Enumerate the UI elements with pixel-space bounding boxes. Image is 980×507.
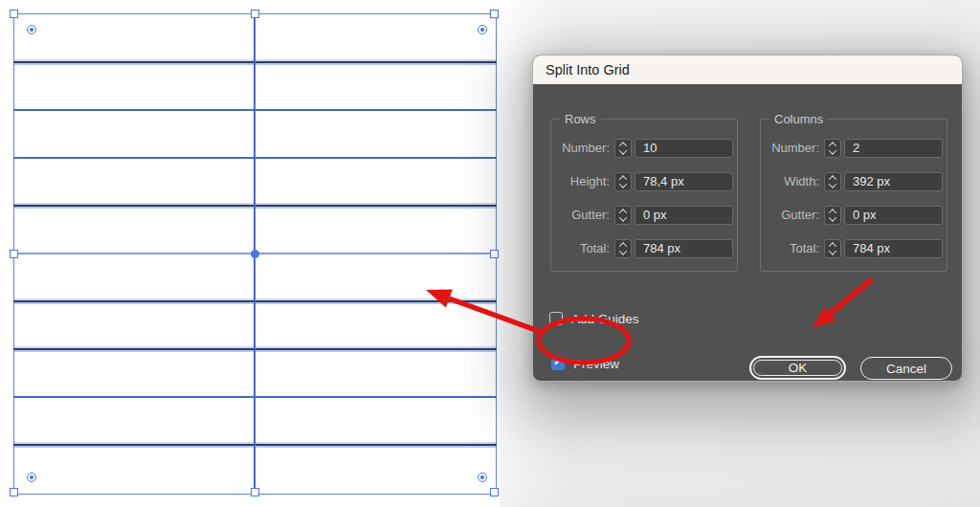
cols-width-stepper[interactable] <box>824 172 841 191</box>
group-target-icon[interactable] <box>478 473 487 482</box>
chevron-down-icon[interactable] <box>619 248 627 255</box>
rows-height-label: Height: <box>551 172 610 191</box>
rows-number-label: Number: <box>551 139 610 158</box>
add-guides-label: Add Guides <box>571 312 639 326</box>
cols-gutter-stepper[interactable] <box>824 206 841 225</box>
selection-handle-top-center[interactable] <box>251 10 259 18</box>
cols-width-input[interactable]: 392 px <box>844 172 943 191</box>
rows-gutter-input[interactable]: 0 px <box>635 206 733 225</box>
rows-total-label: Total: <box>551 239 610 258</box>
chevron-down-icon[interactable] <box>619 214 627 222</box>
chevron-down-icon[interactable] <box>619 181 627 188</box>
dialog-title: Split Into Grid <box>546 62 630 77</box>
add-guides-checkbox[interactable]: Add Guides <box>549 311 639 326</box>
rows-gutter-label: Gutter: <box>551 206 610 225</box>
selection-handle-bottom-center[interactable] <box>251 488 259 496</box>
rows-number-stepper[interactable] <box>614 139 632 158</box>
selection-handle-top-right[interactable] <box>490 10 499 18</box>
chevron-down-icon[interactable] <box>829 147 836 155</box>
cancel-button[interactable]: Cancel <box>860 357 952 380</box>
cols-total-input[interactable]: 784 px <box>844 239 943 258</box>
preview-checkbox-box[interactable] <box>551 357 565 370</box>
selection-handle-bottom-left[interactable] <box>10 488 18 496</box>
dialog-titlebar[interactable]: Split Into Grid <box>533 55 962 84</box>
group-target-icon[interactable] <box>27 473 36 482</box>
chevron-down-icon[interactable] <box>619 147 627 155</box>
cols-gutter-label: Gutter: <box>761 206 819 225</box>
rows-height-stepper[interactable] <box>614 172 632 191</box>
cols-total-label: Total: <box>761 239 819 258</box>
chevron-down-icon[interactable] <box>829 181 836 188</box>
rows-total-input[interactable]: 784 px <box>635 239 733 258</box>
cancel-button-label: Cancel <box>886 362 926 376</box>
selection-handle-middle-left[interactable] <box>10 250 18 258</box>
cols-width-label: Width: <box>761 172 819 191</box>
cols-gutter-input[interactable]: 0 px <box>844 206 943 225</box>
artboard-grid-preview[interactable] <box>13 13 497 495</box>
ok-button-label: OK <box>789 361 808 375</box>
ok-button[interactable]: OK <box>749 356 846 380</box>
selection-handle-bottom-right[interactable] <box>490 488 499 496</box>
rows-group-label: Rows <box>560 112 601 126</box>
dialog-body: Rows Number: 10 Height: 78,4 px Gutter: … <box>533 84 962 381</box>
preview-checkbox[interactable]: Preview <box>551 356 619 371</box>
group-target-icon[interactable] <box>478 25 487 34</box>
selection-anchor-center[interactable] <box>251 250 259 258</box>
rows-gutter-stepper[interactable] <box>614 206 632 225</box>
preview-label: Preview <box>573 357 619 371</box>
add-guides-checkbox-box[interactable] <box>549 312 563 325</box>
group-target-icon[interactable] <box>27 25 36 34</box>
cols-number-stepper[interactable] <box>824 139 841 158</box>
rows-total-stepper[interactable] <box>614 239 632 258</box>
selection-handle-middle-right[interactable] <box>490 250 499 258</box>
columns-group-label: Columns <box>769 112 828 126</box>
rows-group: Rows Number: 10 Height: 78,4 px Gutter: … <box>550 119 738 272</box>
selection-handle-top-left[interactable] <box>10 10 18 18</box>
cols-number-label: Number: <box>761 139 819 158</box>
rows-number-input[interactable]: 10 <box>635 139 733 158</box>
rows-height-input[interactable]: 78,4 px <box>635 172 733 191</box>
split-into-grid-dialog: Split Into Grid Rows Number: 10 Height: … <box>532 55 963 382</box>
cols-total-stepper[interactable] <box>824 239 841 258</box>
columns-group: Columns Number: 2 Width: 392 px Gutter: … <box>760 119 947 272</box>
cols-number-input[interactable]: 2 <box>844 139 943 158</box>
chevron-down-icon[interactable] <box>829 214 836 222</box>
chevron-down-icon[interactable] <box>829 248 836 255</box>
